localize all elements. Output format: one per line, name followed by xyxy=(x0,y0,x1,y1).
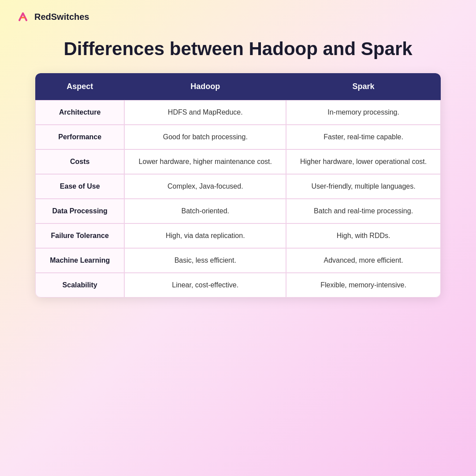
cell-spark: High, with RDDs. xyxy=(286,223,441,248)
table-row: Data ProcessingBatch-oriented.Batch and … xyxy=(35,199,441,223)
cell-hadoop: Lower hardware, higher maintenance cost. xyxy=(124,149,286,174)
cell-spark: Faster, real-time capable. xyxy=(286,125,441,149)
cell-spark: Advanced, more efficient. xyxy=(286,248,441,273)
table-row: PerformanceGood for batch processing.Fas… xyxy=(35,125,441,149)
cell-hadoop: Linear, cost-effective. xyxy=(124,273,286,298)
cell-hadoop: Complex, Java-focused. xyxy=(124,174,286,199)
table-row: ScalabilityLinear, cost-effective.Flexib… xyxy=(35,273,441,298)
cell-aspect: Architecture xyxy=(35,100,124,125)
cell-spark: Flexible, memory-intensive. xyxy=(286,273,441,298)
cell-aspect: Data Processing xyxy=(35,199,124,223)
header-spark: Spark xyxy=(286,73,441,100)
header-bar: RedSwitches xyxy=(0,0,476,33)
cell-hadoop: Good for batch processing. xyxy=(124,125,286,149)
table-row: Failure ToleranceHigh, via data replicat… xyxy=(35,223,441,248)
comparison-table-container: Aspect Hadoop Spark ArchitectureHDFS and… xyxy=(35,73,441,298)
table-row: Machine LearningBasic, less efficient.Ad… xyxy=(35,248,441,273)
cell-aspect: Failure Tolerance xyxy=(35,223,124,248)
cell-aspect: Ease of Use xyxy=(35,174,124,199)
header-hadoop: Hadoop xyxy=(124,73,286,100)
brand-name: RedSwitches xyxy=(34,12,89,22)
cell-spark: In-memory processing. xyxy=(286,100,441,125)
cell-spark: Higher hardware, lower operational cost. xyxy=(286,149,441,174)
comparison-table: Aspect Hadoop Spark ArchitectureHDFS and… xyxy=(35,73,441,298)
cell-aspect: Performance xyxy=(35,125,124,149)
redswitches-logo-icon xyxy=(16,10,30,24)
cell-spark: User-friendly, multiple languages. xyxy=(286,174,441,199)
table-row: Ease of UseComplex, Java-focused.User-fr… xyxy=(35,174,441,199)
table-row: CostsLower hardware, higher maintenance … xyxy=(35,149,441,174)
cell-aspect: Scalability xyxy=(35,273,124,298)
cell-hadoop: High, via data replication. xyxy=(124,223,286,248)
table-header-row: Aspect Hadoop Spark xyxy=(35,73,441,100)
cell-hadoop: HDFS and MapReduce. xyxy=(124,100,286,125)
cell-hadoop: Batch-oriented. xyxy=(124,199,286,223)
header-aspect: Aspect xyxy=(35,73,124,100)
cell-spark: Batch and real-time processing. xyxy=(286,199,441,223)
cell-aspect: Costs xyxy=(35,149,124,174)
cell-aspect: Machine Learning xyxy=(35,248,124,273)
cell-hadoop: Basic, less efficient. xyxy=(124,248,286,273)
table-row: ArchitectureHDFS and MapReduce.In-memory… xyxy=(35,100,441,125)
page-title: Differences between Hadoop and Spark xyxy=(63,38,412,60)
